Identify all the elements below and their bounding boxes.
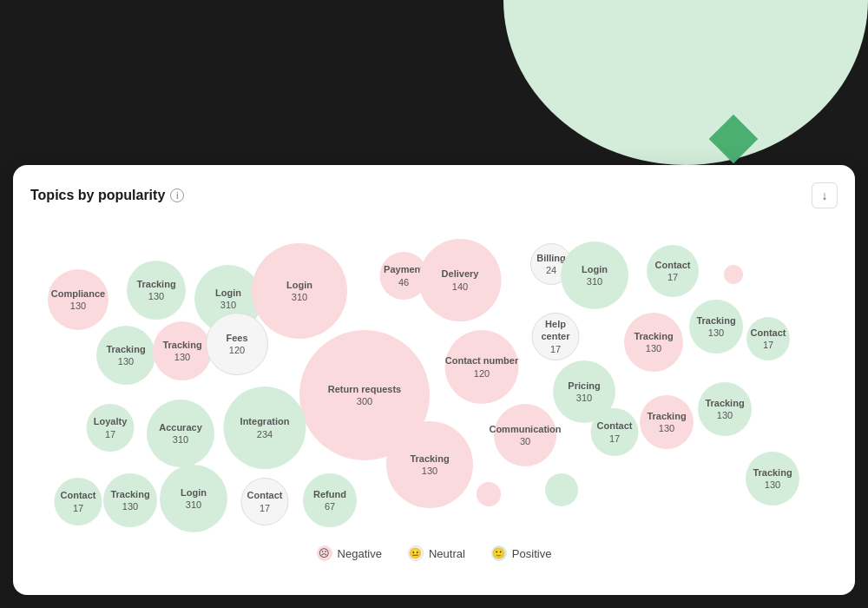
bubble-label-contact2: Contact bbox=[751, 327, 786, 339]
bubble-value-compliance: 130 bbox=[70, 300, 86, 312]
bubble-value-contact_num: 120 bbox=[474, 367, 490, 380]
bubble-tracking1[interactable]: Tracking130 bbox=[127, 261, 186, 320]
bubble-label-compliance: Compliance bbox=[51, 287, 105, 300]
bubble-label-return: Return requests bbox=[328, 383, 401, 395]
bubble-label-tracking5: Tracking bbox=[696, 314, 735, 327]
topics-card: Topics by popularity i ↓ Compliance130Tr… bbox=[13, 165, 855, 595]
bubble-value-communication: 30 bbox=[520, 435, 530, 447]
bubble-tracking10[interactable]: Tracking130 bbox=[746, 452, 799, 506]
bubble-label-tracking7: Tracking bbox=[647, 410, 686, 422]
bubble-value-contact2: 17 bbox=[763, 339, 773, 351]
bubble-value-delivery: 140 bbox=[452, 281, 468, 293]
bubble-label-login3: Login bbox=[582, 263, 608, 275]
bubble-label-tracking3: Tracking bbox=[162, 339, 201, 351]
bubble-tracking3[interactable]: Tracking130 bbox=[153, 321, 212, 380]
legend-neutral: 😐 Neutral bbox=[408, 545, 465, 561]
bubble-value-accuracy: 310 bbox=[173, 433, 188, 446]
bubble-label-refund: Refund bbox=[313, 488, 346, 500]
bubble-label-contact1: Contact bbox=[655, 259, 691, 271]
bubble-communication[interactable]: Communication30 bbox=[494, 404, 556, 466]
bubble-label-integration: Integration bbox=[240, 415, 290, 427]
legend-positive: 🙂 Positive bbox=[491, 545, 552, 561]
bubble-value-loyalty: 17 bbox=[105, 428, 115, 440]
info-icon[interactable]: i bbox=[170, 188, 184, 202]
legend: ☹ Negative 😐 Neutral 🙂 Positive bbox=[30, 545, 838, 561]
neutral-icon: 😐 bbox=[408, 545, 424, 561]
bubble-contact3[interactable]: Contact17 bbox=[591, 408, 639, 456]
bubble-fees[interactable]: Fees120 bbox=[206, 313, 268, 375]
bubble-value-login1: 310 bbox=[220, 299, 236, 311]
bubble-value-contact5: 17 bbox=[260, 502, 270, 514]
bubble-value-login3: 310 bbox=[587, 275, 602, 287]
positive-label: Positive bbox=[512, 547, 552, 560]
bubble-value-billing: 24 bbox=[546, 264, 556, 276]
bubble-value-fees: 120 bbox=[229, 344, 245, 356]
bubble-value-contact3: 17 bbox=[609, 433, 620, 445]
bubble-tracking9[interactable]: Tracking130 bbox=[103, 473, 157, 527]
bubble-value-return: 300 bbox=[357, 395, 372, 407]
bubble-value-tracking1: 130 bbox=[148, 290, 164, 302]
bubble-label-login1: Login bbox=[215, 287, 241, 299]
neutral-label: Neutral bbox=[429, 547, 465, 560]
legend-negative: ☹ Negative bbox=[317, 545, 382, 561]
bubble-contact2[interactable]: Contact17 bbox=[746, 317, 790, 360]
bubble-value-tracking3: 130 bbox=[174, 351, 190, 363]
bubble-value-tracking9: 130 bbox=[122, 500, 138, 512]
bubble-integration[interactable]: Integration234 bbox=[224, 387, 306, 469]
bubble-tracking4[interactable]: Tracking130 bbox=[624, 313, 683, 372]
bubble-contact5[interactable]: Contact17 bbox=[241, 478, 289, 525]
bubble-compliance[interactable]: Compliance130 bbox=[48, 269, 108, 330]
bubble-value-pricing: 310 bbox=[576, 392, 592, 404]
bubble-value-helpcenter: 17 bbox=[550, 343, 561, 355]
bubble-small1[interactable] bbox=[724, 265, 743, 284]
bubble-label-tracking6: Tracking bbox=[410, 453, 449, 465]
bubble-label-contact4: Contact bbox=[61, 489, 96, 501]
bubble-label-tracking4: Tracking bbox=[634, 330, 673, 342]
bubble-value-tracking6: 130 bbox=[422, 465, 437, 477]
bubble-value-integration: 234 bbox=[257, 428, 273, 440]
bubble-value-login2: 310 bbox=[292, 291, 307, 303]
card-title: Topics by popularity i bbox=[30, 188, 184, 203]
bubble-tracking8[interactable]: Tracking130 bbox=[698, 382, 752, 436]
bubble-label-communication: Communication bbox=[489, 423, 561, 435]
bubble-delivery[interactable]: Delivery140 bbox=[419, 239, 502, 321]
bubble-tracking7[interactable]: Tracking130 bbox=[640, 395, 694, 449]
bubble-label-contact_num: Contact number bbox=[445, 354, 518, 367]
bubble-label-tracking8: Tracking bbox=[705, 397, 744, 409]
bubble-login4[interactable]: Login310 bbox=[160, 465, 227, 532]
bubble-label-contact5: Contact bbox=[247, 489, 283, 501]
positive-icon: 🙂 bbox=[491, 545, 507, 561]
bubble-contact1[interactable]: Contact17 bbox=[647, 245, 699, 297]
bubble-label-contact3: Contact bbox=[597, 420, 633, 432]
bubble-small3[interactable] bbox=[545, 473, 578, 506]
bubble-loyalty[interactable]: Loyalty17 bbox=[87, 404, 135, 452]
bubble-accuracy[interactable]: Accuracy310 bbox=[147, 400, 214, 467]
bubble-helpcenter[interactable]: Help center17 bbox=[532, 313, 580, 360]
bubble-value-contact1: 17 bbox=[667, 271, 678, 283]
bubble-refund[interactable]: Refund67 bbox=[303, 473, 357, 527]
bubble-label-loyalty: Loyalty bbox=[94, 415, 128, 427]
bubble-label-delivery: Delivery bbox=[442, 268, 479, 280]
bubble-contact_num[interactable]: Contact number120 bbox=[445, 330, 519, 404]
bubble-tracking6[interactable]: Tracking130 bbox=[386, 421, 473, 508]
bubble-value-tracking8: 130 bbox=[717, 409, 733, 421]
negative-label: Negative bbox=[338, 547, 382, 560]
bubble-value-refund: 67 bbox=[325, 500, 335, 512]
bubble-value-tracking10: 130 bbox=[765, 479, 780, 491]
bubble-contact4[interactable]: Contact17 bbox=[55, 478, 102, 525]
bubble-label-tracking9: Tracking bbox=[110, 488, 149, 500]
bubble-small2[interactable] bbox=[477, 482, 501, 506]
bubble-chart: Compliance130Tracking130Login310Login310… bbox=[30, 217, 838, 539]
bubble-tracking2[interactable]: Tracking130 bbox=[96, 326, 155, 385]
bubble-value-tracking5: 130 bbox=[708, 327, 724, 339]
bubble-login3[interactable]: Login310 bbox=[561, 241, 628, 309]
bubble-tracking5[interactable]: Tracking130 bbox=[689, 300, 743, 354]
title-text: Topics by popularity bbox=[30, 188, 165, 203]
bubble-login2[interactable]: Login310 bbox=[252, 243, 347, 339]
bubble-label-tracking10: Tracking bbox=[753, 466, 792, 479]
bubble-label-pricing: Pricing bbox=[568, 380, 600, 392]
download-button[interactable]: ↓ bbox=[812, 182, 838, 208]
bubble-value-tracking7: 130 bbox=[659, 422, 674, 434]
bubble-value-payment: 46 bbox=[398, 276, 409, 288]
bubble-label-accuracy: Accuracy bbox=[159, 421, 202, 433]
